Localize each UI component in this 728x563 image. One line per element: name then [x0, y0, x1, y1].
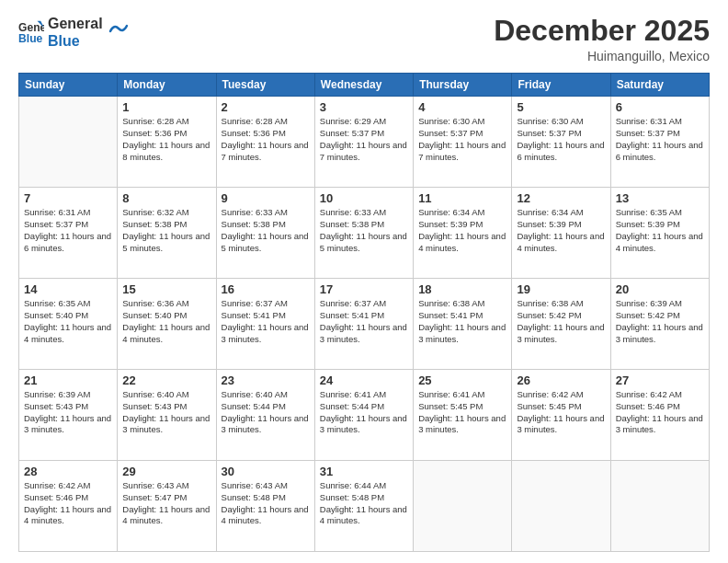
- day-number: 21: [24, 373, 112, 387]
- calendar-cell: 29Sunrise: 6:43 AMSunset: 5:47 PMDayligh…: [118, 461, 216, 552]
- cell-info: Sunrise: 6:41 AMSunset: 5:45 PMDaylight:…: [418, 389, 506, 436]
- calendar-cell: 6Sunrise: 6:31 AMSunset: 5:37 PMDaylight…: [610, 97, 709, 188]
- logo-wave-icon: [108, 18, 129, 39]
- calendar-cell: 8Sunrise: 6:32 AMSunset: 5:38 PMDaylight…: [118, 188, 216, 279]
- calendar-week-row: 7Sunrise: 6:31 AMSunset: 5:37 PMDaylight…: [19, 188, 710, 279]
- cell-info: Sunrise: 6:33 AMSunset: 5:38 PMDaylight:…: [320, 207, 408, 254]
- day-number: 17: [320, 282, 408, 296]
- day-number: 11: [418, 191, 506, 205]
- calendar-cell: 3Sunrise: 6:29 AMSunset: 5:37 PMDaylight…: [314, 97, 413, 188]
- calendar-header-row: SundayMondayTuesdayWednesdayThursdayFrid…: [19, 74, 710, 97]
- cell-info: Sunrise: 6:30 AMSunset: 5:37 PMDaylight:…: [418, 116, 506, 163]
- cell-info: Sunrise: 6:35 AMSunset: 5:39 PMDaylight:…: [616, 207, 704, 254]
- day-number: 12: [517, 191, 605, 205]
- calendar-cell: 25Sunrise: 6:41 AMSunset: 5:45 PMDayligh…: [414, 370, 512, 461]
- calendar-cell: 5Sunrise: 6:30 AMSunset: 5:37 PMDaylight…: [512, 97, 610, 188]
- calendar-cell: 15Sunrise: 6:36 AMSunset: 5:40 PMDayligh…: [118, 279, 216, 370]
- day-number: 7: [24, 191, 112, 205]
- calendar-cell: 22Sunrise: 6:40 AMSunset: 5:43 PMDayligh…: [118, 370, 216, 461]
- calendar-cell: 28Sunrise: 6:42 AMSunset: 5:46 PMDayligh…: [19, 461, 118, 552]
- header: General Blue General Blue December 2025 …: [18, 15, 710, 63]
- cell-info: Sunrise: 6:44 AMSunset: 5:48 PMDaylight:…: [320, 480, 408, 527]
- cell-info: Sunrise: 6:40 AMSunset: 5:44 PMDaylight:…: [222, 389, 310, 436]
- cell-info: Sunrise: 6:31 AMSunset: 5:37 PMDaylight:…: [24, 207, 112, 254]
- calendar-cell: 19Sunrise: 6:38 AMSunset: 5:42 PMDayligh…: [512, 279, 610, 370]
- page: General Blue General Blue December 2025 …: [0, 0, 728, 563]
- day-number: 27: [616, 373, 704, 387]
- calendar-cell: 16Sunrise: 6:37 AMSunset: 5:41 PMDayligh…: [216, 279, 314, 370]
- day-number: 18: [418, 282, 506, 296]
- day-number: 6: [616, 100, 704, 114]
- day-number: 19: [517, 282, 605, 296]
- calendar-day-header: Tuesday: [216, 74, 314, 97]
- calendar-cell: [19, 97, 118, 188]
- calendar-cell: 4Sunrise: 6:30 AMSunset: 5:37 PMDaylight…: [414, 97, 512, 188]
- calendar-week-row: 21Sunrise: 6:39 AMSunset: 5:43 PMDayligh…: [19, 370, 710, 461]
- calendar-day-header: Friday: [512, 74, 610, 97]
- day-number: 1: [122, 100, 210, 114]
- calendar-day-header: Thursday: [414, 74, 512, 97]
- cell-info: Sunrise: 6:31 AMSunset: 5:37 PMDaylight:…: [616, 116, 704, 163]
- calendar-cell: 30Sunrise: 6:43 AMSunset: 5:48 PMDayligh…: [216, 461, 314, 552]
- calendar-table: SundayMondayTuesdayWednesdayThursdayFrid…: [18, 73, 710, 552]
- calendar-cell: 27Sunrise: 6:42 AMSunset: 5:46 PMDayligh…: [610, 370, 709, 461]
- cell-info: Sunrise: 6:32 AMSunset: 5:38 PMDaylight:…: [122, 207, 210, 254]
- cell-info: Sunrise: 6:34 AMSunset: 5:39 PMDaylight:…: [517, 207, 605, 254]
- cell-info: Sunrise: 6:28 AMSunset: 5:36 PMDaylight:…: [222, 116, 310, 163]
- calendar-cell: [512, 461, 610, 552]
- day-number: 3: [320, 100, 408, 114]
- location: Huimanguillo, Mexico: [494, 49, 710, 63]
- day-number: 31: [320, 465, 408, 478]
- cell-info: Sunrise: 6:42 AMSunset: 5:46 PMDaylight:…: [616, 389, 704, 436]
- calendar-cell: 31Sunrise: 6:44 AMSunset: 5:48 PMDayligh…: [314, 461, 413, 552]
- logo: General Blue General Blue: [18, 15, 129, 50]
- calendar-cell: 10Sunrise: 6:33 AMSunset: 5:38 PMDayligh…: [314, 188, 413, 279]
- calendar-cell: 24Sunrise: 6:41 AMSunset: 5:44 PMDayligh…: [314, 370, 413, 461]
- cell-info: Sunrise: 6:38 AMSunset: 5:42 PMDaylight:…: [517, 298, 605, 345]
- calendar-cell: 21Sunrise: 6:39 AMSunset: 5:43 PMDayligh…: [19, 370, 118, 461]
- calendar-cell: 2Sunrise: 6:28 AMSunset: 5:36 PMDaylight…: [216, 97, 314, 188]
- cell-info: Sunrise: 6:29 AMSunset: 5:37 PMDaylight:…: [320, 116, 408, 163]
- calendar-cell: [610, 461, 709, 552]
- title-block: December 2025 Huimanguillo, Mexico: [494, 15, 710, 63]
- calendar-day-header: Sunday: [19, 74, 118, 97]
- cell-info: Sunrise: 6:37 AMSunset: 5:41 PMDaylight:…: [222, 298, 310, 345]
- day-number: 14: [24, 282, 112, 296]
- calendar-week-row: 1Sunrise: 6:28 AMSunset: 5:36 PMDaylight…: [19, 97, 710, 188]
- day-number: 23: [222, 373, 310, 387]
- day-number: 10: [320, 191, 408, 205]
- logo-icon: General Blue: [18, 19, 44, 45]
- day-number: 20: [616, 282, 704, 296]
- day-number: 5: [517, 100, 605, 114]
- day-number: 26: [517, 373, 605, 387]
- cell-info: Sunrise: 6:41 AMSunset: 5:44 PMDaylight:…: [320, 389, 408, 436]
- calendar-cell: 12Sunrise: 6:34 AMSunset: 5:39 PMDayligh…: [512, 188, 610, 279]
- calendar-cell: 23Sunrise: 6:40 AMSunset: 5:44 PMDayligh…: [216, 370, 314, 461]
- calendar-cell: [414, 461, 512, 552]
- cell-info: Sunrise: 6:43 AMSunset: 5:47 PMDaylight:…: [122, 480, 210, 527]
- calendar-week-row: 14Sunrise: 6:35 AMSunset: 5:40 PMDayligh…: [19, 279, 710, 370]
- cell-info: Sunrise: 6:38 AMSunset: 5:41 PMDaylight:…: [418, 298, 506, 345]
- day-number: 2: [222, 100, 310, 114]
- month-title: December 2025: [494, 15, 710, 47]
- calendar-day-header: Monday: [118, 74, 216, 97]
- calendar-day-header: Saturday: [610, 74, 709, 97]
- day-number: 29: [122, 465, 210, 478]
- calendar-day-header: Wednesday: [314, 74, 413, 97]
- calendar-cell: 20Sunrise: 6:39 AMSunset: 5:42 PMDayligh…: [610, 279, 709, 370]
- logo-general: General: [48, 15, 103, 32]
- cell-info: Sunrise: 6:33 AMSunset: 5:38 PMDaylight:…: [222, 207, 310, 254]
- cell-info: Sunrise: 6:42 AMSunset: 5:45 PMDaylight:…: [517, 389, 605, 436]
- calendar-cell: 26Sunrise: 6:42 AMSunset: 5:45 PMDayligh…: [512, 370, 610, 461]
- day-number: 9: [222, 191, 310, 205]
- cell-info: Sunrise: 6:42 AMSunset: 5:46 PMDaylight:…: [24, 480, 112, 527]
- calendar-week-row: 28Sunrise: 6:42 AMSunset: 5:46 PMDayligh…: [19, 461, 710, 552]
- calendar-cell: 9Sunrise: 6:33 AMSunset: 5:38 PMDaylight…: [216, 188, 314, 279]
- day-number: 28: [24, 465, 112, 478]
- logo-blue: Blue: [48, 32, 103, 50]
- day-number: 4: [418, 100, 506, 114]
- cell-info: Sunrise: 6:36 AMSunset: 5:40 PMDaylight:…: [122, 298, 210, 345]
- cell-info: Sunrise: 6:34 AMSunset: 5:39 PMDaylight:…: [418, 207, 506, 254]
- calendar-cell: 1Sunrise: 6:28 AMSunset: 5:36 PMDaylight…: [118, 97, 216, 188]
- day-number: 30: [222, 465, 310, 478]
